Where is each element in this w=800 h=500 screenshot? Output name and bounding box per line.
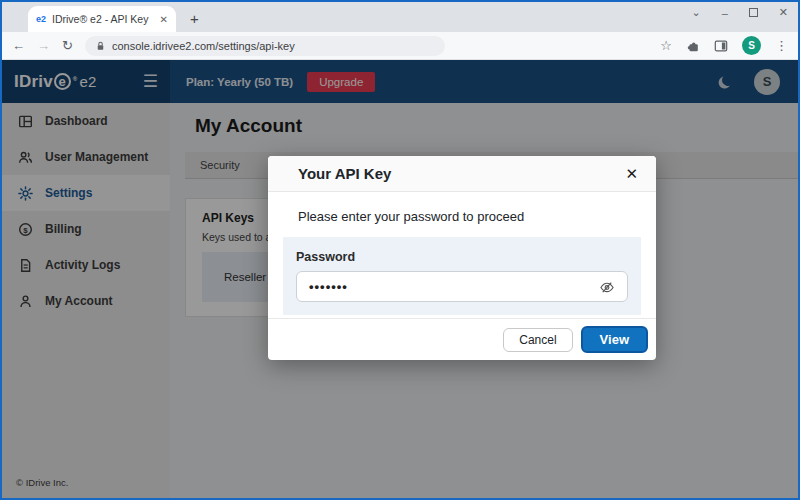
toolbar-right: ☆ S ⋮ — [660, 36, 788, 55]
modal-header: Your API Key ✕ — [268, 156, 656, 192]
close-icon[interactable]: ✕ — [779, 6, 788, 19]
tab-strip: e2 IDrive® e2 - API Key ✕ + ⌄ – ✕ — [2, 2, 798, 32]
password-panel: Password — [283, 237, 641, 315]
browser-window: e2 IDrive® e2 - API Key ✕ + ⌄ – ✕ ← → ↻ … — [0, 0, 800, 500]
modal-title: Your API Key — [298, 165, 391, 182]
browser-menu-icon[interactable]: ⋮ — [775, 38, 788, 53]
maximize-icon[interactable] — [749, 8, 758, 17]
tab-search-icon[interactable]: ⌄ — [691, 6, 700, 19]
reload-icon[interactable]: ↻ — [62, 38, 73, 53]
password-label: Password — [296, 250, 628, 264]
address-bar[interactable]: console.idrivee2.com/settings/api-key — [85, 36, 445, 56]
new-tab-button[interactable]: + — [190, 10, 199, 27]
tab-favicon-icon: e2 — [36, 14, 46, 24]
url-text: console.idrivee2.com/settings/api-key — [112, 40, 295, 52]
modal-footer: Cancel View — [268, 318, 656, 360]
page: IDrive®e2 ☰ Plan: Yearly (50 TB) Upgrade… — [2, 60, 798, 498]
browser-tab[interactable]: e2 IDrive® e2 - API Key ✕ — [28, 6, 176, 32]
modal-message: Please enter your password to proceed — [298, 209, 626, 224]
browser-toolbar: ← → ↻ console.idrivee2.com/settings/api-… — [2, 32, 798, 60]
window-controls: ⌄ – ✕ — [691, 6, 788, 19]
bookmark-star-icon[interactable]: ☆ — [660, 38, 672, 53]
cancel-button[interactable]: Cancel — [503, 328, 572, 352]
lock-icon — [95, 40, 106, 52]
back-icon[interactable]: ← — [12, 38, 25, 53]
password-input[interactable] — [309, 279, 599, 294]
view-button[interactable]: View — [581, 326, 648, 353]
forward-icon[interactable]: → — [37, 38, 50, 53]
extensions-puzzle-icon[interactable] — [686, 39, 700, 53]
browser-profile-avatar[interactable]: S — [742, 36, 761, 55]
tab-title: IDrive® e2 - API Key — [52, 13, 154, 25]
password-field-row — [296, 271, 628, 302]
eye-off-icon[interactable] — [599, 279, 615, 295]
side-panel-icon[interactable] — [714, 39, 728, 53]
tab-close-icon[interactable]: ✕ — [160, 14, 168, 25]
modal-close-icon[interactable]: ✕ — [625, 165, 638, 183]
api-key-modal: Your API Key ✕ Please enter your passwor… — [268, 156, 656, 360]
minimize-icon[interactable]: – — [722, 7, 728, 19]
